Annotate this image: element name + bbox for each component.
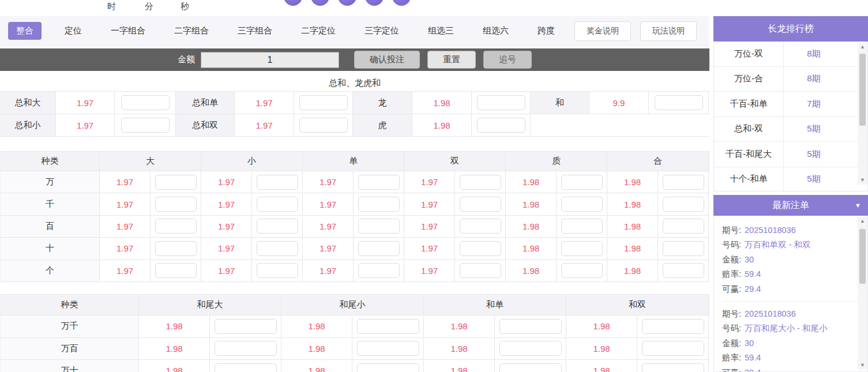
- confirm-bet-button[interactable]: 确认投注: [354, 51, 420, 69]
- scroll-down-icon[interactable]: ▼: [858, 360, 867, 370]
- tab-跨度[interactable]: 跨度: [532, 22, 561, 40]
- odds-value: 1.97: [303, 171, 354, 193]
- order-field: 赔率:59.4: [722, 267, 867, 281]
- orders-scroll-thumb[interactable]: [859, 229, 866, 284]
- countdown-hour-label: 时: [107, 1, 116, 12]
- tab-三字定位[interactable]: 三字定位: [359, 22, 405, 40]
- rules-info-button[interactable]: 玩法说明: [640, 21, 697, 41]
- bet-amount-input[interactable]: [358, 219, 400, 234]
- bet-amount-input[interactable]: [561, 175, 603, 190]
- bet-amount-input[interactable]: [561, 263, 603, 278]
- bet-amount-input[interactable]: [642, 363, 704, 372]
- bet-input-cell: [210, 360, 281, 372]
- bet-amount-input[interactable]: [663, 219, 704, 234]
- bet-amount-input[interactable]: [358, 197, 400, 212]
- bet-amount-input[interactable]: [155, 175, 197, 190]
- bet-input-cell: [151, 260, 201, 281]
- bet-amount-input[interactable]: [257, 175, 298, 190]
- tab-二字定位[interactable]: 二字定位: [295, 22, 341, 40]
- bet-amount-input[interactable]: [215, 319, 277, 334]
- bet-amount-input[interactable]: [663, 241, 704, 256]
- bet-amount-input[interactable]: [357, 341, 419, 356]
- bet-amount-input[interactable]: [257, 241, 298, 256]
- bet-amount-input[interactable]: [358, 263, 400, 278]
- bet-amount-input[interactable]: [155, 197, 197, 212]
- bet-amount-input[interactable]: [358, 241, 400, 256]
- reset-button[interactable]: 重置: [427, 51, 476, 69]
- ranking-scrollbar[interactable]: ▲ ▼: [858, 42, 867, 185]
- bet-input-cell: [495, 338, 566, 360]
- bet-amount-input[interactable]: [642, 341, 704, 356]
- scroll-down-icon[interactable]: ▼: [858, 175, 867, 185]
- bet-amount-input[interactable]: [499, 319, 562, 334]
- bet-amount-input[interactable]: [357, 363, 419, 372]
- ranking-row[interactable]: 千百-和单7期: [714, 92, 867, 117]
- bet-amount-input[interactable]: [663, 175, 704, 190]
- orders-scrollbar[interactable]: ▲ ▼: [858, 216, 867, 370]
- bet-amount-input[interactable]: [155, 219, 197, 234]
- row-label: 百: [1, 216, 100, 237]
- countdown-strip: 时 分 秒: [0, 0, 709, 16]
- ranking-row[interactable]: 十个-和单5期: [714, 167, 867, 192]
- bet-amount-input[interactable]: [561, 219, 603, 234]
- bet-amount-input[interactable]: [121, 118, 170, 133]
- sum-section-title: 总和、龙虎和: [0, 75, 709, 91]
- collapse-caret-icon[interactable]: ▼: [855, 202, 861, 209]
- bet-amount-input[interactable]: [121, 95, 170, 110]
- ranking-name: 十个-和单: [714, 167, 784, 192]
- ranking-row[interactable]: 总和-双5期: [714, 117, 867, 142]
- amount-input[interactable]: [201, 52, 339, 68]
- bet-input-cell: [658, 260, 709, 281]
- odds-value: 1.97: [201, 171, 252, 193]
- bet-amount-input[interactable]: [257, 219, 298, 234]
- prize-info-button[interactable]: 奖金说明: [574, 21, 631, 41]
- chase-number-button[interactable]: 追号: [483, 51, 532, 69]
- ranking-row[interactable]: 万位-双8期: [714, 42, 867, 67]
- bet-input-cell: [151, 171, 201, 193]
- bet-amount-input[interactable]: [357, 319, 419, 334]
- bet-amount-input[interactable]: [215, 363, 277, 372]
- scroll-up-icon[interactable]: ▲: [858, 216, 867, 226]
- tab-二字组合[interactable]: 二字组合: [168, 22, 215, 40]
- bet-amount-input[interactable]: [257, 263, 298, 278]
- bet-amount-input[interactable]: [460, 263, 501, 278]
- ranking-row[interactable]: 千百-和尾大5期: [714, 142, 867, 167]
- bet-amount-input[interactable]: [358, 175, 400, 190]
- bet-amount-input[interactable]: [460, 241, 501, 256]
- tab-组选六[interactable]: 组选六: [477, 22, 514, 40]
- bet-amount-input[interactable]: [460, 197, 501, 212]
- ranking-scroll-thumb[interactable]: [859, 54, 866, 126]
- tab-一字组合[interactable]: 一字组合: [105, 22, 151, 40]
- bet-amount-input[interactable]: [155, 241, 197, 256]
- bet-amount-input[interactable]: [299, 95, 348, 110]
- bet-amount-input[interactable]: [499, 363, 562, 372]
- row-label: 万十: [1, 360, 139, 372]
- help-buttons: 奖金说明 玩法说明: [574, 16, 697, 46]
- bet-amount-input[interactable]: [460, 219, 501, 234]
- bet-amount-input[interactable]: [257, 197, 298, 212]
- tab-三字组合[interactable]: 三字组合: [232, 22, 278, 40]
- order-field-label: 赔率:: [722, 269, 741, 279]
- bet-amount-input[interactable]: [477, 95, 525, 110]
- bet-amount-input[interactable]: [499, 341, 562, 356]
- tab-整合[interactable]: 整合: [8, 22, 42, 40]
- bet-amount-input[interactable]: [561, 241, 603, 256]
- bet-amount-input[interactable]: [215, 341, 277, 356]
- bet-amount-input[interactable]: [663, 263, 704, 278]
- bet-amount-input[interactable]: [561, 197, 603, 212]
- tab-组选三[interactable]: 组选三: [422, 22, 460, 40]
- bet-input-cell: [658, 193, 709, 215]
- bet-amount-input[interactable]: [642, 319, 704, 334]
- bet-amount-input[interactable]: [460, 175, 501, 190]
- bet-amount-input[interactable]: [155, 263, 197, 278]
- bet-amount-input[interactable]: [477, 118, 525, 133]
- ranking-row[interactable]: 万位-合8期: [714, 67, 867, 92]
- scroll-up-icon[interactable]: ▲: [858, 42, 867, 51]
- odds-value: 1.97: [303, 260, 354, 281]
- latest-orders-title: 最新注单: [772, 200, 809, 212]
- bet-amount-input[interactable]: [655, 95, 703, 110]
- bet-amount-input[interactable]: [299, 118, 348, 133]
- bet-amount-input[interactable]: [663, 197, 704, 212]
- bet-toolbar: 金额 确认投注 重置 追号: [0, 48, 709, 71]
- tab-定位[interactable]: 定位: [59, 22, 88, 40]
